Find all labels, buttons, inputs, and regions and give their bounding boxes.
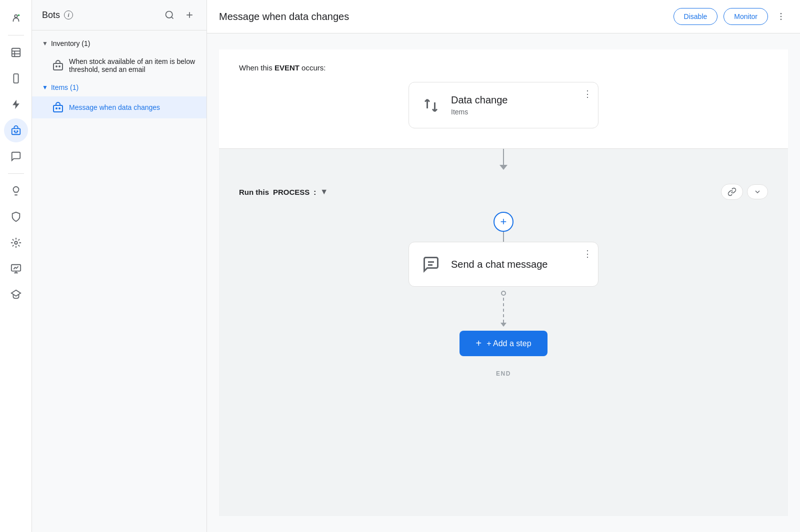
search-button[interactable] — [162, 8, 176, 22]
svg-point-21 — [59, 66, 60, 67]
sidebar: Bots i ▼ Inventory (1) — [32, 0, 207, 532]
event-card-title: Data change — [451, 94, 508, 106]
sidebar-actions — [162, 8, 196, 22]
lightning-icon[interactable] — [4, 92, 28, 116]
svg-point-25 — [780, 13, 782, 14]
expand-button[interactable] — [747, 184, 768, 199]
process-card: ⋮ Send a chat message — [408, 242, 598, 287]
sidebar-group-header-items[interactable]: ▼ Items (1) — [32, 78, 206, 96]
svg-point-12 — [14, 241, 18, 244]
add-step-button[interactable]: + + Add a step — [460, 331, 547, 356]
event-card-menu[interactable]: ⋮ — [583, 88, 592, 99]
process-label: Run this PROCESS: ▼ — [239, 187, 328, 196]
event-section-label: When this EVENT occurs: — [239, 63, 768, 72]
event-card: ⋮ Data change Items — [408, 82, 598, 128]
svg-rect-8 — [12, 128, 20, 134]
flow-center-process: + ⋮ Send a chat message — [239, 212, 768, 377]
plus-icon: + — [476, 338, 482, 349]
dashed-arrow — [500, 323, 506, 327]
process-card-menu[interactable]: ⋮ — [583, 248, 592, 259]
svg-point-26 — [780, 16, 782, 17]
sidebar-header: Bots i — [32, 0, 206, 30]
flow-center-event: ⋮ Data change Items — [239, 82, 768, 128]
process-card-title: Send a chat message — [451, 259, 548, 270]
svg-point-24 — [59, 108, 60, 109]
rail-divider-1 — [8, 35, 24, 35]
end-label: END — [239, 370, 768, 377]
bulb-icon[interactable] — [4, 179, 28, 203]
process-section: Run this PROCESS: ▼ — [219, 170, 788, 516]
event-card-content: Data change Items — [451, 94, 508, 116]
analytics-icon[interactable] — [4, 257, 28, 281]
sidebar-item-inventory-bot[interactable]: When stock available of an item is below… — [32, 52, 206, 78]
mobile-icon[interactable] — [4, 66, 28, 90]
svg-rect-19 — [54, 63, 62, 70]
dashed-line — [503, 298, 504, 323]
svg-point-9 — [14, 131, 15, 132]
sidebar-title: Bots i — [42, 10, 73, 20]
sidebar-item-label-message-data-changes: Message when data changes — [69, 103, 160, 111]
chevron-icon-items: ▼ — [42, 84, 48, 91]
dashed-connector — [239, 287, 768, 331]
sidebar-content: ▼ Inventory (1) When stock available of … — [32, 30, 206, 532]
svg-point-1 — [18, 14, 20, 16]
rail-divider-2 — [8, 173, 24, 174]
event-section: When this EVENT occurs: ⋮ Data change It… — [219, 49, 788, 149]
page-title: Message when data changes — [219, 11, 349, 22]
process-card-content: Send a chat message — [451, 259, 548, 270]
link-button[interactable] — [721, 184, 743, 200]
canvas: When this EVENT occurs: ⋮ Data change It… — [207, 33, 800, 532]
svg-point-23 — [56, 108, 57, 109]
gear-icon[interactable] — [4, 231, 28, 255]
graduation-icon[interactable] — [4, 283, 28, 307]
sidebar-group-inventory: ▼ Inventory (1) When stock available of … — [32, 34, 206, 78]
sidebar-item-message-when-data-changes[interactable]: Message when data changes — [32, 96, 206, 118]
process-right-controls — [721, 184, 768, 200]
table-icon[interactable] — [4, 40, 28, 64]
sidebar-title-text: Bots — [42, 10, 60, 20]
sidebar-group-items: ▼ Items (1) Message when data changes — [32, 78, 206, 118]
home-icon[interactable] — [4, 6, 28, 30]
process-label-row: Run this PROCESS: ▼ — [239, 184, 768, 200]
svg-point-20 — [56, 66, 57, 67]
shield-icon[interactable] — [4, 205, 28, 229]
svg-point-0 — [14, 15, 18, 17]
monitor-button[interactable]: Monitor — [724, 8, 768, 25]
data-change-icon — [421, 95, 441, 115]
add-step-label: + Add a step — [486, 339, 531, 348]
header-actions: Disable Monitor — [674, 8, 788, 25]
event-card-subtitle: Items — [451, 108, 508, 116]
dashed-circle — [501, 291, 506, 296]
sidebar-group-header-inventory[interactable]: ▼ Inventory (1) — [32, 34, 206, 52]
svg-rect-22 — [54, 105, 62, 112]
chat-icon[interactable] — [4, 144, 28, 168]
add-step-circle[interactable]: + — [494, 212, 514, 232]
sidebar-item-label-inventory-bot: When stock available of an item is below… — [69, 57, 196, 73]
svg-point-15 — [166, 11, 172, 18]
svg-rect-6 — [14, 74, 18, 83]
info-icon[interactable]: i — [64, 10, 73, 19]
sidebar-group-label-items: Items (1) — [51, 83, 78, 91]
chevron-icon: ▼ — [42, 40, 48, 47]
svg-point-10 — [16, 131, 18, 132]
chat-message-icon — [421, 254, 441, 274]
svg-line-16 — [172, 17, 174, 19]
svg-point-27 — [780, 19, 782, 20]
main-header: Message when data changes Disable Monito… — [207, 0, 800, 33]
more-options-button[interactable] — [774, 9, 788, 23]
icon-rail — [0, 0, 32, 532]
svg-rect-2 — [12, 48, 20, 57]
sidebar-group-label-inventory: Inventory (1) — [51, 39, 90, 47]
main-content: Message when data changes Disable Monito… — [207, 0, 800, 532]
bot-icon-active[interactable] — [4, 118, 28, 142]
process-dropdown-icon[interactable]: ▼ — [320, 187, 328, 196]
disable-button[interactable]: Disable — [674, 8, 718, 25]
add-bot-button[interactable] — [182, 8, 196, 22]
